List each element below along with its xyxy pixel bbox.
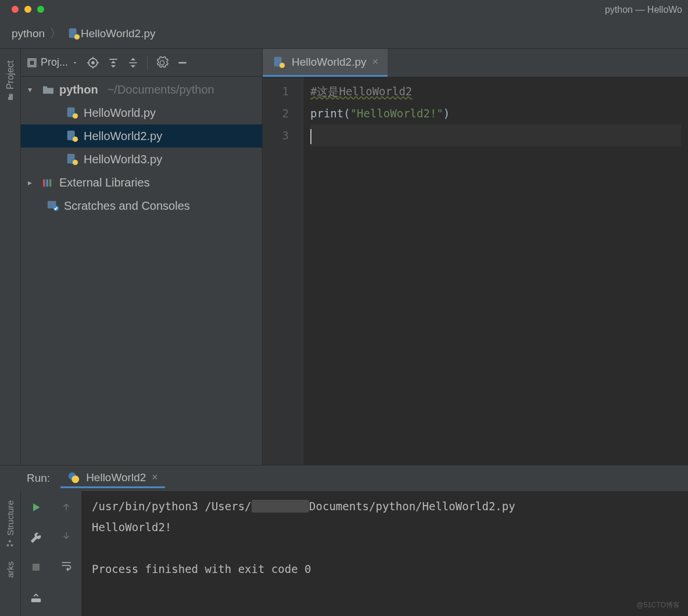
editor-tab-label: HelloWorld2.py [292, 56, 366, 69]
console-output[interactable]: /usr/bin/python3 /Users/XXXXXXXXDocument… [81, 491, 688, 616]
editor-area: HelloWorld2.py × 1 2 3 #这是HelloWorld2 pr… [263, 49, 688, 465]
breadcrumb: python 〉 HelloWorld2.py [0, 19, 688, 49]
expand-all-icon[interactable] [107, 57, 119, 69]
svg-rect-22 [46, 180, 48, 187]
svg-rect-23 [49, 180, 52, 187]
close-tab-icon[interactable]: × [372, 56, 378, 68]
minimize-window-button[interactable] [24, 6, 31, 13]
locate-icon[interactable] [87, 56, 99, 69]
svg-point-17 [73, 137, 78, 142]
tree-external-libraries[interactable]: ▸ External Libraries [21, 171, 262, 194]
svg-point-6 [92, 62, 94, 64]
tree-file-selected[interactable]: HelloWorld2.py [21, 124, 262, 148]
rail-tab-arks[interactable]: arks [5, 561, 15, 578]
svg-rect-21 [43, 180, 45, 187]
libraries-icon [42, 177, 55, 188]
svg-rect-4 [30, 60, 35, 65]
rail-tab-project[interactable]: Project [5, 60, 16, 101]
collapse-all-icon[interactable] [127, 57, 139, 69]
folder-icon [42, 84, 55, 95]
code-comment: #这是HelloWorld2 [310, 85, 412, 98]
breadcrumb-project[interactable]: python [12, 27, 45, 40]
scratches-icon [46, 200, 59, 212]
svg-point-20 [73, 160, 78, 165]
python-icon [67, 471, 80, 484]
line-number: 2 [263, 102, 289, 124]
left-tool-rail: Project [0, 49, 21, 465]
svg-rect-34 [33, 564, 40, 571]
run-icon[interactable] [30, 502, 42, 515]
redacted-text: XXXXXXXX [252, 500, 310, 513]
svg-point-28 [280, 62, 285, 67]
layout-icon[interactable] [30, 591, 42, 606]
tree-file[interactable]: HelloWorld3.py [21, 148, 262, 171]
arrow-up-icon[interactable] [61, 502, 71, 514]
python-file-icon [65, 129, 79, 143]
project-tree: ▾ python ~/Documents/python HelloWorld.p… [21, 77, 262, 465]
code-editor[interactable]: #这是HelloWorld2 print("HelloWorld2!") [303, 77, 688, 465]
toolbar-separator [147, 56, 148, 70]
project-panel: Proj... ▾ python [21, 49, 263, 465]
text-cursor [310, 129, 311, 144]
hide-icon[interactable] [177, 57, 188, 69]
line-number: 1 [263, 80, 289, 102]
breadcrumb-sep-icon: 〉 [49, 25, 62, 42]
close-window-button[interactable] [12, 6, 19, 13]
tree-root-name: python [59, 83, 98, 96]
window-title: python — HelloWo [605, 5, 682, 15]
breadcrumb-file[interactable]: HelloWorld2.py [81, 27, 155, 40]
chevron-down-icon[interactable]: ▾ [28, 85, 37, 94]
svg-point-2 [74, 34, 80, 39]
chevron-right-icon[interactable]: ▸ [28, 178, 37, 187]
svg-rect-31 [11, 545, 13, 547]
rail-tab-structure[interactable]: Structure [5, 500, 15, 547]
bottom-panel: Run: HelloWorld2 × Structure arks [0, 465, 688, 616]
tree-root-path: ~/Documents/python [107, 83, 214, 96]
wrench-icon[interactable] [30, 532, 42, 546]
project-toolbar: Proj... [21, 49, 262, 77]
run-action-toolbar [21, 491, 51, 616]
line-number: 3 [263, 124, 289, 146]
run-tab-bar: Run: HelloWorld2 × [0, 465, 688, 491]
svg-point-14 [73, 113, 78, 119]
gutter: 1 2 3 [263, 77, 303, 465]
editor-tabs: HelloWorld2.py × [263, 49, 688, 77]
close-run-tab-icon[interactable]: × [152, 471, 158, 484]
run-tab[interactable]: HelloWorld2 × [60, 469, 165, 488]
tree-file[interactable]: HelloWorld.py [21, 101, 262, 124]
tree-scratches[interactable]: Scratches and Consoles [21, 194, 262, 217]
python-file-icon [272, 55, 286, 69]
run-nav-toolbar [51, 491, 81, 616]
soft-wrap-icon[interactable] [60, 560, 72, 574]
svg-point-30 [71, 475, 79, 483]
python-file-icon [65, 152, 79, 166]
titlebar: python — HelloWo [0, 0, 688, 19]
stop-icon[interactable] [31, 562, 41, 575]
maximize-window-button[interactable] [37, 6, 44, 13]
editor-tab[interactable]: HelloWorld2.py × [263, 49, 388, 77]
python-file-icon [65, 106, 79, 120]
tree-root[interactable]: ▾ python ~/Documents/python [21, 78, 262, 101]
project-view-selector[interactable]: Proj... [27, 56, 78, 69]
arrow-down-icon[interactable] [61, 531, 71, 543]
watermark: @51CTO博客 [636, 600, 680, 610]
editor-body[interactable]: 1 2 3 #这是HelloWorld2 print("HelloWorld2!… [263, 77, 688, 465]
svg-rect-32 [7, 545, 9, 547]
run-label: Run: [27, 472, 50, 485]
bottom-left-rail: Structure arks [0, 491, 21, 616]
svg-rect-35 [31, 599, 41, 602]
svg-rect-33 [9, 540, 12, 543]
gear-icon[interactable] [156, 56, 169, 69]
python-file-icon [67, 27, 81, 41]
